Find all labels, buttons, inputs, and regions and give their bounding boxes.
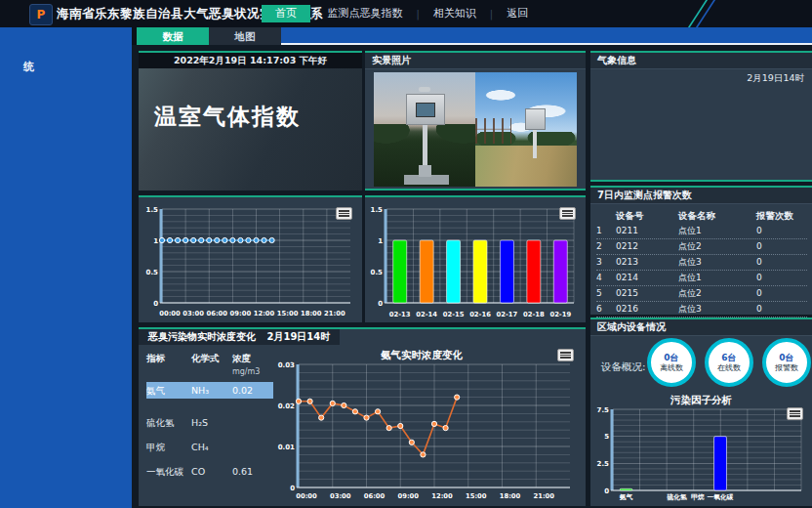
table-row: 30213点位30 — [596, 255, 807, 271]
nav-item-1[interactable]: 监测点恶臭指数 — [313, 5, 416, 22]
svg-text:02-19: 02-19 — [549, 311, 571, 318]
alarm-table-header: 设备号 设备名称 报警次数 — [596, 208, 807, 224]
svg-text:02-13: 02-13 — [389, 311, 411, 318]
svg-text:0: 0 — [604, 487, 609, 495]
photo-left — [374, 72, 475, 187]
pollutant-row[interactable]: 一氧化碳CO0.61 — [146, 463, 273, 480]
tab-strip-filler — [281, 27, 812, 45]
tab-0[interactable]: 数据 — [137, 27, 209, 45]
table-row: 50215点位20 — [596, 286, 807, 302]
svg-text:03:00: 03:00 — [330, 492, 351, 500]
greenhouse-panel-body: 温室气体指数 — [139, 68, 362, 190]
pollutant-table-header: 指标 化学式 浓度mg/m3 — [146, 353, 273, 376]
table-cell: 0.61 — [232, 463, 273, 480]
chart-menu-icon[interactable] — [787, 407, 803, 420]
svg-text:06:00: 06:00 — [364, 492, 386, 500]
greenhouse-trend-chart: 00.511.500:0003:0006:0009:0012:0015:0018… — [139, 197, 362, 320]
pollutant-row[interactable]: 甲烷CH₄ — [146, 439, 273, 455]
svg-text:0.01: 0.01 — [278, 444, 295, 451]
app-title-overflow: 统 — [23, 60, 34, 74]
svg-text:0: 0 — [378, 300, 383, 308]
svg-text:氨气: 氨气 — [619, 493, 633, 501]
svg-text:15:00: 15:00 — [277, 310, 299, 318]
table-cell: NH₃ — [191, 382, 232, 399]
alarm-col-count: 报警次数 — [756, 208, 807, 224]
nav-item-3[interactable]: 返回 — [493, 5, 542, 22]
pollution-factor-chart: 02.557.5氨气硫化氢甲烷一氧化碳 — [593, 405, 809, 503]
pollutant-panel-title-text: 恶臭污染物实时浓度变化 — [148, 331, 256, 342]
svg-text:0.02: 0.02 — [278, 402, 295, 410]
table-cell: 0211 — [616, 224, 678, 238]
svg-text:06:00: 06:00 — [206, 310, 227, 318]
pollutant-col-name: 指标 — [146, 353, 191, 376]
table-row: 20212点位20 — [596, 239, 807, 255]
table-cell: 0 — [756, 271, 807, 285]
svg-text:1: 1 — [378, 237, 383, 245]
table-cell: 3 — [596, 255, 616, 270]
svg-text:0.5: 0.5 — [371, 269, 384, 276]
alarm-count-panel: 7日内监测点报警次数 设备号 设备名称 报警次数 10211点位1020212点… — [590, 186, 812, 315]
pollutant-row[interactable]: 氨气NH₃0.02 — [146, 382, 273, 399]
alarm-table-body: 10211点位1020212点位2030213点位3040214点位105021… — [596, 224, 807, 318]
table-cell: 4 — [596, 271, 616, 285]
device-stat-circle-1: 6台在线数 — [705, 338, 753, 387]
tab-1[interactable]: 地图 — [209, 27, 281, 45]
photo-right-fence — [475, 118, 511, 144]
pollutant-row[interactable]: 硫化氢H₂S — [146, 414, 273, 431]
chart-menu-icon[interactable] — [557, 349, 574, 361]
table-cell: 5 — [596, 286, 616, 301]
svg-text:02-16: 02-16 — [469, 311, 491, 318]
pollutant-panel-datetime: 2月19日14时 — [266, 331, 330, 342]
svg-text:5: 5 — [604, 433, 609, 441]
stat-label: 在线数 — [717, 363, 741, 373]
svg-text:1: 1 — [153, 237, 158, 245]
table-cell: 0213 — [616, 255, 678, 270]
photo-left-device-screen — [416, 103, 435, 117]
photos-panel-title: 实景照片 — [365, 53, 586, 69]
chart-menu-icon[interactable] — [559, 207, 576, 220]
table-cell: 0.02 — [232, 382, 273, 399]
stat-value: 0台 — [779, 353, 793, 363]
dashboard-screen: P 海南省乐东黎族自治县大气恶臭状况实时发布系 首页|监测点恶臭指数|相关知识|… — [0, 0, 812, 508]
svg-text:12:00: 12:00 — [431, 492, 453, 500]
svg-text:18:00: 18:00 — [301, 310, 322, 318]
ammonia-chart: 00.010.020.0300:0003:0006:0009:0012:0015… — [273, 359, 582, 503]
alarm-table: 设备号 设备名称 报警次数 10211点位1020212点位2030213点位3… — [596, 208, 807, 318]
table-cell: H₂S — [191, 414, 232, 431]
left-sidebar-step — [0, 437, 144, 508]
greenhouse-panel-title: 温室气体指数 — [154, 102, 301, 132]
daily-index-chart: 00.511.502-1302-1402-1502-1602-1702-1802… — [365, 197, 586, 320]
table-cell: 硫化氢 — [146, 414, 191, 431]
pollutant-col-formula: 化学式 — [191, 353, 232, 376]
svg-text:15:00: 15:00 — [466, 492, 487, 500]
svg-text:18:00: 18:00 — [500, 492, 521, 500]
pollutant-table: 指标 化学式 浓度mg/m3 氨气NH₃0.02硫化氢H₂S甲烷CH₄一氧化碳C… — [146, 353, 273, 480]
table-cell: 0215 — [616, 286, 678, 301]
table-cell: 6 — [596, 302, 616, 317]
table-cell: 2 — [596, 239, 616, 254]
nav-item-2[interactable]: 相关知识 — [420, 5, 490, 22]
photo-right — [475, 72, 577, 187]
svg-text:09:00: 09:00 — [397, 492, 419, 500]
svg-text:00:00: 00:00 — [296, 492, 317, 500]
nav-item-0[interactable]: 首页 — [262, 5, 310, 22]
svg-text:一氧化碳: 一氧化碳 — [707, 493, 733, 501]
table-cell: 点位1 — [678, 224, 756, 238]
pollutant-unit: mg/m3 — [232, 367, 260, 376]
view-tabs: 数据地图 — [137, 27, 281, 45]
svg-text:09:00: 09:00 — [230, 310, 252, 318]
table-cell: 0216 — [616, 302, 678, 317]
svg-text:0: 0 — [153, 300, 158, 308]
pollutant-concentration-panel: 恶臭污染物实时浓度变化 2月19日14时 指标 化学式 浓度mg/m3 氨气NH… — [139, 327, 586, 506]
chart-menu-icon[interactable] — [336, 207, 352, 220]
photo-strip — [374, 72, 577, 187]
table-cell: 点位1 — [678, 271, 756, 285]
table-cell: CH₄ — [191, 439, 232, 455]
svg-text:0.03: 0.03 — [278, 361, 295, 369]
device-panel-title: 区域内设备情况 — [590, 319, 812, 336]
weather-panel-datetime: 2月19日14时 — [747, 72, 804, 85]
svg-text:硫化氢: 硫化氢 — [666, 493, 687, 501]
svg-text:03:00: 03:00 — [183, 310, 204, 318]
table-cell: 1 — [596, 224, 616, 238]
table-cell: 一氧化碳 — [146, 463, 191, 480]
